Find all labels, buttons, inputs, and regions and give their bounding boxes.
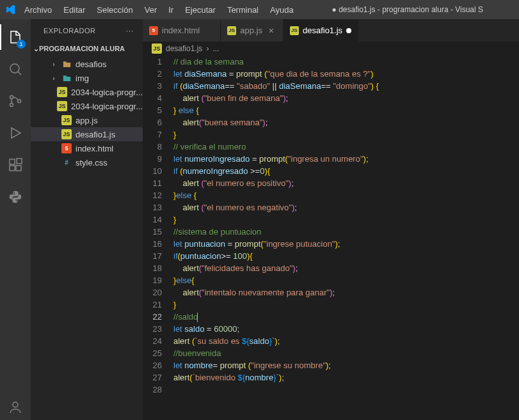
code-line[interactable]: }	[173, 214, 519, 226]
menu-ayuda[interactable]: Ayuda	[266, 3, 298, 17]
code-line[interactable]	[173, 384, 519, 396]
svg-rect-6	[16, 166, 21, 171]
code-line[interactable]: alert(`bienvenido ${nombre}`);	[173, 371, 519, 384]
svg-point-3	[18, 100, 21, 103]
tree-item-label: app.js	[76, 116, 98, 125]
code-line[interactable]: let numeroIngresado = prompt("ingresa un…	[173, 153, 519, 165]
code-lines[interactable]: // dia de la semanalet diaSemana = promp…	[173, 56, 519, 396]
menu-editar[interactable]: Editar	[60, 3, 89, 17]
code-line[interactable]: let puntuacion = prompt("ingrese putuaci…	[173, 238, 519, 250]
editor-tab[interactable]: 5index.html	[143, 19, 221, 42]
svg-point-2	[10, 104, 13, 107]
tab-label: desafio1.js	[303, 26, 342, 35]
title-bar: Archivo Editar Selección Ver Ir Ejecutar…	[0, 0, 519, 19]
tree-item-label: style.css	[76, 158, 108, 167]
tree-item[interactable]: ›desafios	[31, 57, 143, 71]
run-debug-icon[interactable]	[0, 120, 31, 146]
more-icon[interactable]: ···	[126, 27, 134, 35]
js-file-icon: JS	[290, 26, 299, 35]
tree-item[interactable]: JSdesafio1.js	[31, 127, 143, 141]
menu-archivo[interactable]: Archivo	[20, 3, 56, 17]
source-control-icon[interactable]	[0, 88, 31, 114]
tree-item[interactable]: JS2034-logica-progr...	[31, 99, 143, 113]
code-line[interactable]: let saldo = 60000;	[173, 323, 519, 335]
code-line[interactable]: }	[173, 299, 519, 311]
js-file-icon: JS	[61, 129, 72, 139]
extensions-icon[interactable]	[0, 152, 31, 178]
code-line[interactable]: alert("intentalo nuevamente para ganar")…	[173, 286, 519, 299]
svg-rect-7	[17, 159, 22, 164]
js-file-icon: JS	[227, 26, 236, 35]
code-line[interactable]: alert ("el numero es positivo");	[173, 177, 519, 189]
editor-area: 5index.htmlJSapp.js×JSdesafio1.js JS des…	[143, 19, 519, 420]
code-line[interactable]: alert (`su saldo es ${saldo}`);	[173, 335, 519, 347]
code-editor[interactable]: 1234567891011121314151617181920212223242…	[143, 56, 519, 396]
section-label: PROGRAMACION ALURA	[39, 45, 125, 52]
code-line[interactable]: //saldo	[173, 311, 519, 323]
code-line[interactable]: // verifica el numero	[173, 141, 519, 153]
code-line[interactable]: // dia de la semana	[173, 56, 519, 68]
code-line[interactable]: if(puntuacion>= 100){	[173, 250, 519, 262]
js-file-icon: JS	[152, 43, 162, 54]
file-tree: ›desafios›imgJS2034-logica-progr...JS203…	[31, 56, 143, 169]
tab-label: index.html	[162, 26, 200, 35]
tree-item[interactable]: JSapp.js	[31, 113, 143, 127]
tree-item-label: desafios	[76, 59, 106, 69]
chevron-right-icon: ›	[50, 61, 58, 68]
folder-icon	[61, 59, 72, 69]
dirty-indicator-icon	[346, 28, 351, 33]
code-line[interactable]: }else{	[173, 274, 519, 286]
python-icon[interactable]	[0, 184, 31, 210]
tree-item[interactable]: 5index.html	[31, 141, 143, 155]
explorer-label: EXPLORADOR	[44, 27, 95, 35]
tree-item-label: img	[76, 74, 89, 83]
code-line[interactable]: alert ("buen fin de semana");	[173, 92, 519, 104]
code-line[interactable]: alert("buena semana");	[173, 116, 519, 128]
svg-point-0	[10, 64, 19, 73]
breadcrumb-file: desafio1.js	[166, 44, 202, 53]
code-line[interactable]: }else {	[173, 189, 519, 201]
code-line[interactable]: let nombre= prompt ("ingrese su nombre")…	[173, 359, 519, 371]
vscode-logo-icon	[5, 4, 17, 15]
menu-seleccion[interactable]: Selección	[93, 3, 136, 17]
chevron-right-icon: ›	[50, 75, 58, 82]
code-line[interactable]: if (numeroIngresado >=0){	[173, 165, 519, 177]
accounts-icon[interactable]	[0, 394, 31, 420]
code-line[interactable]: //sistema de puntuacion	[173, 226, 519, 238]
code-line[interactable]: alert("felicidades has ganado");	[173, 262, 519, 274]
code-line[interactable]: } else {	[173, 104, 519, 116]
tree-item[interactable]: JS2034-logica-progr...	[31, 85, 143, 99]
code-line[interactable]: alert ("el numero es negativo");	[173, 201, 519, 214]
editor-tab[interactable]: JSapp.js×	[221, 19, 283, 42]
tree-item-label: 2034-logica-progr...	[71, 88, 143, 97]
chevron-down-icon: ⌄	[33, 45, 39, 53]
window-title: ● desafio1.js - programacion alura - Vis…	[301, 5, 514, 14]
tree-item[interactable]: ›img	[31, 71, 143, 85]
svg-rect-5	[10, 166, 15, 171]
search-icon[interactable]	[0, 56, 31, 82]
code-line[interactable]: let diaSemana = prompt ("que dia de la s…	[173, 68, 519, 80]
tree-item-label: index.html	[76, 144, 113, 153]
js-file-icon: JS	[61, 115, 72, 125]
explorer-icon[interactable]: 1	[0, 24, 31, 50]
editor-tab[interactable]: JSdesafio1.js	[283, 19, 358, 42]
menu-terminal[interactable]: Terminal	[223, 3, 262, 17]
menu-ir[interactable]: Ir	[164, 3, 177, 17]
code-line[interactable]: //buenvenida	[173, 347, 519, 359]
editor-tabs: 5index.htmlJSapp.js×JSdesafio1.js	[143, 19, 519, 42]
code-line[interactable]: }	[173, 128, 519, 141]
folder-section[interactable]: ⌄ PROGRAMACION ALURA	[31, 42, 143, 56]
folder-icon	[61, 73, 72, 83]
close-icon[interactable]: ×	[266, 26, 276, 36]
js-file-icon: JS	[57, 87, 67, 97]
code-line[interactable]: if (diaSemana== "sabado" || diaSemana== …	[173, 80, 519, 92]
tab-label: app.js	[240, 26, 262, 35]
html-file-icon: 5	[149, 26, 158, 35]
activity-bar: 1	[0, 19, 31, 420]
breadcrumb[interactable]: JS desafio1.js › ...	[143, 42, 519, 56]
menu-ver[interactable]: Ver	[141, 3, 161, 17]
tree-item[interactable]: #style.css	[31, 155, 143, 169]
tree-item-label: desafio1.js	[76, 130, 115, 139]
menu-ejecutar[interactable]: Ejecutar	[181, 3, 220, 17]
svg-rect-4	[10, 159, 15, 164]
